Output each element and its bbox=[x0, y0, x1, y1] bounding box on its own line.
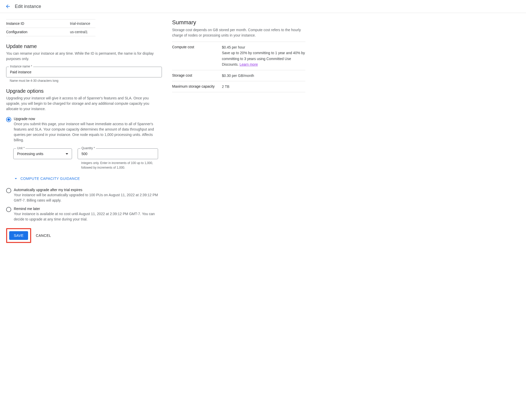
page-header: Edit instance bbox=[0, 0, 526, 13]
update-name-desc: You can rename your instance at any time… bbox=[6, 51, 162, 62]
summary-storage-value: $0.30 per GB/month bbox=[222, 73, 305, 78]
quantity-hint: Integers only. Enter in increments of 10… bbox=[78, 161, 162, 170]
quantity-label: Quantity * bbox=[80, 146, 96, 150]
dropdown-arrow-icon bbox=[66, 153, 68, 155]
radio-remind-later[interactable]: Remind me later Your instance is availab… bbox=[6, 207, 162, 222]
radio-upgrade-now-control[interactable] bbox=[6, 117, 11, 122]
radio-remind-later-control[interactable] bbox=[6, 207, 11, 212]
summary-max-label: Maximum storage capacity bbox=[172, 84, 222, 89]
unit-value: Processing units bbox=[17, 152, 43, 156]
upgrade-options-desc: Upgrading your instance will give it acc… bbox=[6, 96, 162, 112]
radio-upgrade-now-label: Upgrade now bbox=[14, 117, 162, 121]
summary-compute-row: Compute cost $0.45 per hour Save up to 2… bbox=[172, 42, 305, 70]
compute-capacity-guidance-label: COMPUTE CAPACITY GUIDANCE bbox=[20, 177, 80, 181]
instance-info-table: Instance ID trial-instance Configuration… bbox=[6, 19, 95, 36]
instance-id-value: trial-instance bbox=[70, 21, 90, 26]
instance-id-label: Instance ID bbox=[6, 21, 70, 26]
configuration-value: us-central1 bbox=[70, 30, 88, 34]
save-button[interactable]: SAVE bbox=[9, 231, 28, 240]
summary-compute-label: Compute cost bbox=[172, 44, 222, 50]
cancel-button[interactable]: CANCEL bbox=[36, 234, 51, 238]
radio-auto-upgrade-label: Automatically upgrade after my trial exp… bbox=[14, 188, 162, 192]
quantity-field[interactable]: Quantity * bbox=[78, 148, 158, 159]
radio-upgrade-now[interactable]: Upgrade now Once you submit this page, y… bbox=[6, 117, 162, 143]
back-arrow-icon[interactable] bbox=[5, 4, 11, 9]
instance-name-field[interactable]: Instance name * bbox=[6, 67, 162, 77]
instance-name-input[interactable] bbox=[6, 67, 162, 77]
summary-storage-label: Storage cost bbox=[172, 73, 222, 78]
save-button-highlight: SAVE bbox=[6, 228, 31, 243]
compute-capacity-guidance-toggle[interactable]: COMPUTE CAPACITY GUIDANCE bbox=[13, 176, 162, 181]
unit-label: Unit * bbox=[16, 146, 26, 150]
summary-desc: Storage cost depends on GB stored per mo… bbox=[172, 27, 305, 38]
configuration-row: Configuration us-central1 bbox=[6, 28, 95, 36]
summary-title: Summary bbox=[172, 19, 305, 26]
summary-compute-note: Save up to 20% by committing to 1 year a… bbox=[222, 50, 305, 67]
unit-select[interactable]: Unit * Processing units bbox=[13, 148, 72, 159]
summary-max-row: Maximum storage capacity 2 TB bbox=[172, 81, 305, 92]
update-name-title: Update name bbox=[6, 43, 162, 49]
instance-id-row: Instance ID trial-instance bbox=[6, 19, 95, 28]
instance-name-hint: Name must be 4-30 characters long bbox=[6, 79, 162, 83]
radio-auto-upgrade-desc: Your instance will be automatically upgr… bbox=[14, 192, 162, 203]
quantity-input[interactable] bbox=[78, 149, 158, 159]
page-title: Edit instance bbox=[15, 4, 41, 9]
configuration-label: Configuration bbox=[6, 30, 70, 34]
radio-remind-later-desc: Your instance is available at no cost un… bbox=[14, 211, 162, 222]
chevron-down-icon bbox=[13, 176, 18, 181]
radio-auto-upgrade-control[interactable] bbox=[6, 188, 11, 193]
radio-remind-later-label: Remind me later bbox=[14, 207, 162, 211]
learn-more-link[interactable]: Learn more bbox=[240, 62, 258, 66]
radio-upgrade-now-desc: Once you submit this page, your instance… bbox=[14, 121, 162, 143]
summary-table: Compute cost $0.45 per hour Save up to 2… bbox=[172, 42, 305, 92]
radio-auto-upgrade[interactable]: Automatically upgrade after my trial exp… bbox=[6, 188, 162, 203]
upgrade-options-title: Upgrade options bbox=[6, 88, 162, 94]
summary-compute-value: $0.45 per hour bbox=[222, 44, 305, 50]
instance-name-label: Instance name * bbox=[9, 65, 33, 68]
summary-max-value: 2 TB bbox=[222, 84, 305, 89]
summary-storage-row: Storage cost $0.30 per GB/month bbox=[172, 70, 305, 81]
